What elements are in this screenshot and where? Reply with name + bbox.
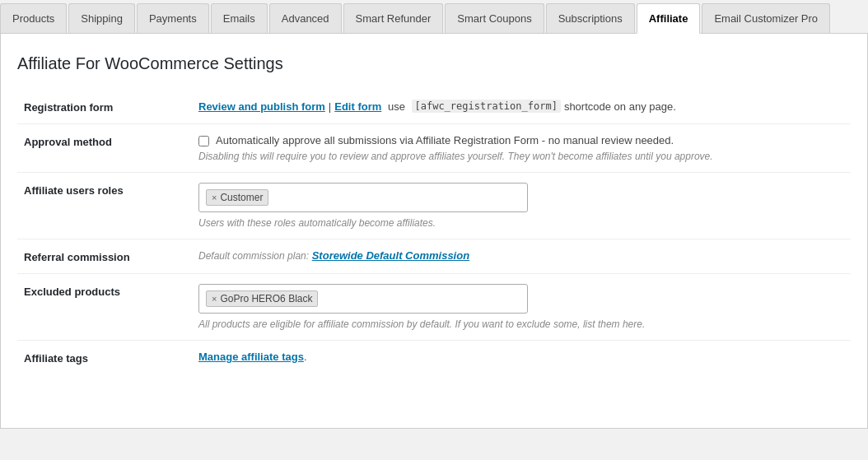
registration-form-value: Review and publish form | Edit form use …	[182, 90, 851, 124]
approval-method-row: Approval method Automatically approve al…	[17, 124, 851, 173]
approval-checkbox-text: Automatically approve all submissions vi…	[216, 134, 674, 146]
tab-smart-refunder[interactable]: Smart Refunder	[343, 3, 444, 33]
pipe-separator: |	[329, 100, 331, 113]
approval-hint: Disabling this will require you to revie…	[198, 151, 758, 162]
registration-form-label: Registration form	[17, 90, 182, 124]
review-publish-link[interactable]: Review and publish form	[198, 100, 325, 113]
manage-affiliate-tags-link[interactable]: Manage affiliate tags	[198, 351, 304, 363]
excluded-products-hint: All products are eligible for affiliate …	[198, 318, 844, 330]
tab-products[interactable]: Products	[0, 3, 67, 33]
affiliate-tags-value: Manage affiliate tags.	[182, 341, 851, 375]
tab-email-customizer-pro[interactable]: Email Customizer Pro	[702, 3, 830, 33]
tab-affiliate[interactable]: Affiliate	[637, 3, 701, 34]
affiliate-tags-label: Affiliate tags	[17, 341, 182, 375]
referral-commission-value: Default commission plan: Storewide Defau…	[182, 239, 851, 274]
tab-shipping[interactable]: Shipping	[68, 3, 135, 33]
tab-bar: ProductsShippingPaymentsEmailsAdvancedSm…	[0, 0, 868, 34]
shortcode-suffix: shortcode on any page.	[564, 100, 676, 113]
approval-checkbox-row: Automatically approve all submissions vi…	[198, 134, 844, 146]
settings-table: Registration form Review and publish for…	[17, 90, 851, 374]
excluded-products-tag-input[interactable]: × GoPro HERO6 Black	[198, 284, 528, 314]
tab-subscriptions[interactable]: Subscriptions	[546, 3, 635, 33]
customer-tag-chip: × Customer	[206, 189, 268, 206]
affiliate-users-roles-value: × Customer Users with these roles automa…	[182, 173, 851, 239]
tab-smart-coupons[interactable]: Smart Coupons	[445, 3, 544, 33]
customer-tag-label: Customer	[220, 192, 263, 203]
approval-method-value: Automatically approve all submissions vi…	[182, 124, 851, 173]
registration-form-row: Registration form Review and publish for…	[17, 90, 851, 124]
tab-emails[interactable]: Emails	[211, 3, 268, 33]
use-text: use	[385, 100, 408, 113]
referral-commission-label: Referral commission	[17, 239, 182, 274]
gopro-tag-remove[interactable]: ×	[212, 294, 217, 304]
excluded-products-label: Excluded products	[17, 274, 182, 341]
customer-tag-remove[interactable]: ×	[212, 193, 217, 202]
excluded-products-value: × GoPro HERO6 Black All products are eli…	[182, 274, 851, 341]
content-area: Affiliate For WooCommerce Settings Regis…	[0, 34, 868, 429]
referral-prefix: Default commission plan:	[198, 250, 309, 262]
registration-form-line: Review and publish form | Edit form use …	[198, 100, 844, 113]
affiliate-users-roles-label: Affiliate users roles	[17, 173, 182, 239]
affiliate-tags-row: Affiliate tags Manage affiliate tags.	[17, 341, 851, 375]
gopro-tag-chip: × GoPro HERO6 Black	[206, 290, 318, 307]
edit-form-link[interactable]: Edit form	[334, 100, 381, 113]
tab-advanced[interactable]: Advanced	[269, 3, 342, 33]
referral-commission-row: Referral commission Default commission p…	[17, 239, 851, 274]
roles-tag-input[interactable]: × Customer	[198, 183, 528, 212]
approval-checkbox[interactable]	[198, 136, 209, 146]
affiliate-tags-period: .	[304, 351, 307, 363]
storewide-commission-link[interactable]: Storewide Default Commission	[312, 249, 469, 262]
excluded-products-row: Excluded products × GoPro HERO6 Black Al…	[17, 274, 851, 341]
roles-hint: Users with these roles automatically bec…	[198, 217, 844, 229]
shortcode-badge: [afwc_registration_form]	[412, 100, 561, 113]
tab-payments[interactable]: Payments	[137, 3, 209, 33]
approval-method-label: Approval method	[17, 124, 182, 173]
affiliate-users-roles-row: Affiliate users roles × Customer Users w…	[17, 173, 851, 239]
page-title: Affiliate For WooCommerce Settings	[17, 54, 851, 73]
gopro-tag-label: GoPro HERO6 Black	[220, 293, 312, 304]
